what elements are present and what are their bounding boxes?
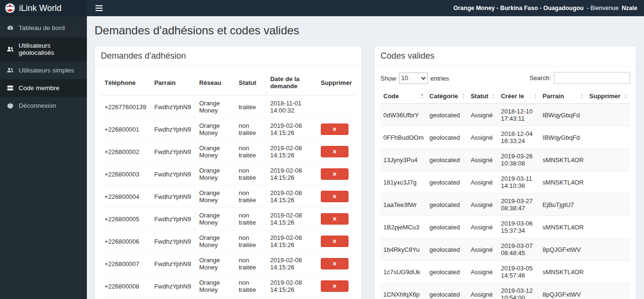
adhesions-column-header: Date de la demande	[266, 70, 317, 95]
x-icon: ×	[333, 237, 337, 245]
adhesion-reseau: Orange Money	[195, 230, 235, 253]
adhesion-row: +226800002 FwdhzYphN9 Orange Money non t…	[101, 141, 356, 163]
topbar-user-info[interactable]: Orange Money - Burkina Faso - Ouagadougo…	[454, 5, 637, 11]
adhesion-row: +226800008 FwdhzYphN9 Orange Money non t…	[101, 275, 356, 298]
adhesion-supprimer-cell: ×	[317, 163, 356, 186]
code-row: 1B2pjeMCu3 geolocated Assigné 2019-03-06…	[380, 216, 630, 238]
adhesion-telephone: +226800007	[101, 253, 150, 275]
adhesion-date: 2019-02-08 14:15:26	[266, 253, 317, 275]
adhesion-parrain: FwdhzYphN9	[150, 230, 195, 253]
delete-button[interactable]: ×	[321, 213, 348, 225]
delete-button[interactable]: ×	[321, 258, 348, 269]
main-content: Demandes d'adhésions et codes valides De…	[87, 16, 644, 299]
search-input[interactable]	[554, 72, 630, 84]
code-value: 1c7sUG9dUk	[380, 261, 427, 283]
adhesion-statut: non traitée	[234, 275, 266, 298]
code-parrain: sMNSKTL4OR	[540, 171, 587, 194]
x-icon: ×	[333, 193, 337, 200]
code-parrain: EjBuTjgtU7	[540, 194, 587, 216]
adhesion-supprimer-cell: ×	[317, 95, 356, 118]
codes-column-header[interactable]: Supprimer ▲▼	[587, 89, 630, 104]
codes-panel: Codes valides Show10entries Search:	[374, 46, 636, 299]
adhesion-parrain: FwdhzYphN9	[150, 298, 195, 299]
adhesions-column-header: Parrain	[150, 70, 195, 95]
delete-button[interactable]: ×	[321, 146, 348, 157]
delete-button[interactable]: ×	[321, 168, 348, 180]
adhesion-parrain: FwdhzYphN9	[150, 141, 195, 163]
adhesion-parrain: FwdhzYphN9	[150, 253, 195, 275]
x-icon: ×	[333, 125, 337, 133]
brand-logo[interactable]: iLink World	[0, 0, 87, 16]
dashboard-icon	[7, 24, 14, 31]
code-row: 13Jyny3Pu4 geolocated Assigné 2019-03-26…	[380, 149, 630, 171]
adhesion-supprimer-cell: ×	[317, 275, 356, 298]
code-supprimer-cell	[587, 104, 630, 126]
code-parrain: sMNSKTL4OR	[540, 216, 587, 238]
sidebar-item-code-membre[interactable]: Code membre	[0, 79, 87, 97]
codes-column-header[interactable]: Code ▲▼	[380, 89, 427, 104]
adhesion-telephone: +226800002	[101, 141, 150, 163]
adhesion-reseau: Orange Money	[195, 275, 235, 298]
code-row: 1CNXhfqX6p geolocated Assigné 2019-03-12…	[380, 283, 630, 299]
adhesion-statut: traitée	[234, 95, 266, 118]
sidebar-item-label: Code membre	[19, 84, 60, 92]
code-value: 0FFhBudOOm	[380, 126, 427, 149]
code-supprimer-cell	[587, 238, 630, 261]
sort-icon: ▲▼	[462, 93, 465, 99]
adhesion-supprimer-cell: ×	[317, 186, 356, 208]
codes-column-header[interactable]: Parrain ▲▼	[540, 89, 587, 104]
sidebar-item-deconnexion[interactable]: Déconnexion	[0, 97, 87, 114]
delete-button[interactable]: ×	[321, 236, 348, 247]
sidebar-item-tableau-de-bord[interactable]: Tableau de bord	[0, 19, 87, 37]
topbar-navstrip: Orange Money - Burkina Faso - Ouagadougo…	[87, 0, 644, 16]
codes-header-row: Code ▲▼ Catégorie ▲▼ Statut ▲▼ Créer le …	[380, 89, 630, 104]
sidebar-item-utilisateurs-geolocalises[interactable]: Utilisateurs géolocalisés	[0, 37, 87, 62]
adhesion-reseau: Orange Money	[195, 208, 235, 230]
adhesion-telephone: +226800008	[101, 275, 150, 298]
codes-column-label: Code	[383, 93, 399, 100]
adhesions-column-header: Réseau	[195, 70, 235, 95]
code-categorie: geolocated	[427, 238, 468, 261]
code-creer-le: 2019-03-06 15:37:34	[498, 216, 539, 238]
adhesion-supprimer-cell: ×	[317, 208, 356, 230]
codes-column-header[interactable]: Statut ▲▼	[468, 89, 498, 104]
brand-name: iLink World	[19, 3, 62, 13]
delete-button[interactable]: ×	[321, 124, 348, 135]
code-parrain: IBWqyGbqFd	[540, 126, 587, 149]
code-supprimer-cell	[587, 126, 630, 149]
codes-column-header[interactable]: Créer le ▲▼	[498, 89, 539, 104]
adhesion-supprimer-cell: ×	[317, 253, 356, 275]
adhesion-reseau: Orange Money	[195, 118, 235, 141]
code-categorie: geolocated	[427, 104, 468, 126]
code-supprimer-cell	[587, 216, 630, 238]
codes-table: Code ▲▼ Catégorie ▲▼ Statut ▲▼ Créer le …	[380, 89, 630, 299]
codes-column-label: Supprimer	[590, 93, 621, 100]
code-parrain: IBWqyGbqFd	[540, 104, 587, 126]
codes-column-label: Créer le	[501, 93, 524, 100]
sidebar: Tableau de bord Utilisateurs géolocalisé…	[0, 16, 87, 299]
delete-button[interactable]: ×	[321, 280, 348, 292]
code-creer-le: 2019-03-26 10:38:08	[498, 149, 539, 171]
delete-button[interactable]: ×	[321, 191, 348, 202]
adhesion-parrain: FwdhzYphN9	[150, 208, 195, 230]
adhesion-statut: non traitée	[234, 208, 266, 230]
users-icon	[7, 46, 14, 53]
adhesion-reseau: Orange Money	[195, 253, 235, 275]
sidebar-toggle-icon[interactable]	[90, 0, 108, 16]
adhesion-row: +226800001 FwdhzYphN9 Orange Money non t…	[101, 118, 356, 141]
adhesion-row: +226800003 FwdhzYphN9 Orange Money non t…	[101, 163, 356, 186]
sidebar-item-utilisateurs-simples[interactable]: Utilisateurs simples	[0, 62, 87, 79]
sidebar-item-label: Tableau de bord	[19, 24, 65, 31]
codes-column-header[interactable]: Catégorie ▲▼	[427, 89, 468, 104]
codes-panel-title: Codes valides	[375, 46, 636, 66]
code-creer-le: 2018-12-04 16:33:24	[498, 126, 539, 149]
code-value: 13Jyny3Pu4	[380, 149, 427, 171]
adhesion-supprimer-cell: ×	[317, 118, 356, 141]
search-control: Search:	[529, 72, 630, 84]
adhesion-date: 2019-02-08 14:15:26	[266, 298, 317, 299]
adhesions-column-header: Statut	[234, 70, 266, 95]
show-label: Show	[380, 74, 396, 82]
x-icon: ×	[333, 282, 337, 290]
code-creer-le: 2018-12-10 17:43:11	[498, 104, 539, 126]
page-size-select[interactable]: 10	[399, 72, 428, 84]
